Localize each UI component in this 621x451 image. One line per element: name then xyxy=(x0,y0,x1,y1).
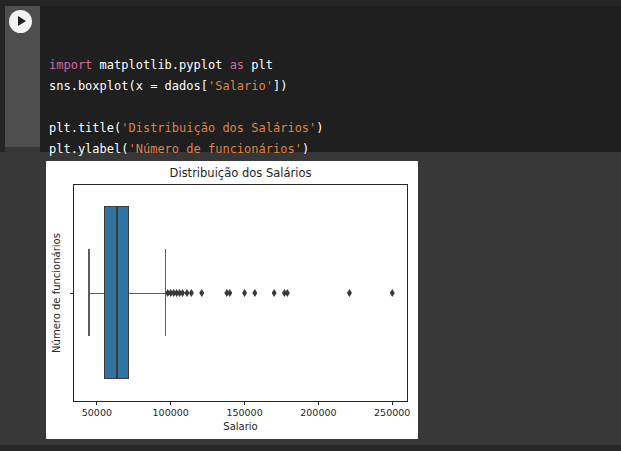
x-tick-label: 250000 xyxy=(367,407,417,418)
code-line: import matplotlib.pyplot as plt xyxy=(49,55,621,76)
outlier-marker xyxy=(184,289,189,297)
outlier-marker xyxy=(180,289,185,297)
outlier-marker xyxy=(189,289,194,297)
x-tick xyxy=(96,401,97,405)
outlier-marker xyxy=(390,289,395,297)
x-tick-label: 100000 xyxy=(146,407,196,418)
x-tick xyxy=(170,401,171,405)
x-axis-label: Salario xyxy=(73,421,408,432)
outlier-marker xyxy=(272,289,277,297)
whisker-high-line xyxy=(129,293,166,294)
code-token-pl: ) xyxy=(316,121,323,135)
code-token-kw: import xyxy=(49,58,92,72)
whisker-low-line xyxy=(89,293,104,294)
x-tick-label: 50000 xyxy=(72,407,122,418)
outlier-marker xyxy=(252,289,257,297)
code-token-str: 'Número de funcionários' xyxy=(128,142,301,156)
code-line: plt.ylabel('Número de funcionários') xyxy=(49,139,621,160)
x-tick-label: 200000 xyxy=(293,407,343,418)
chart-axes: 50000100000150000200000250000 xyxy=(73,184,408,402)
code-token-pl: plt xyxy=(244,58,273,72)
code-line: plt.title('Distribuição dos Salários') xyxy=(49,118,621,139)
boxplot-median-line xyxy=(116,207,118,378)
run-cell-button[interactable] xyxy=(9,10,32,33)
outlier-marker xyxy=(242,289,247,297)
play-icon xyxy=(18,16,26,26)
matplotlib-figure: Distribuição dos Salários 50000100000150… xyxy=(46,161,418,439)
cell-gutter xyxy=(5,6,40,147)
notebook-page: import matplotlib.pyplot as pltsns.boxpl… xyxy=(0,0,621,451)
x-tick xyxy=(392,401,393,405)
code-editor[interactable]: import matplotlib.pyplot as pltsns.boxpl… xyxy=(40,6,621,152)
outlier-marker xyxy=(347,289,352,297)
code-token-pl: matplotlib.pyplot xyxy=(92,58,229,72)
code-token-str: 'Salario' xyxy=(208,79,273,93)
code-token-pl: plt.ylabel( xyxy=(49,142,128,156)
code-token-pl: ) xyxy=(302,142,309,156)
y-tick xyxy=(70,293,75,294)
y-axis-label: Número de funcionários xyxy=(51,233,62,353)
x-tick xyxy=(318,401,319,405)
code-line: sns.boxplot(x = dados['Salario']) xyxy=(49,76,621,97)
code-token-pl: ]) xyxy=(273,79,287,93)
code-token-pl: sns.boxplot(x = dados[ xyxy=(49,79,208,93)
code-token-str: 'Distribuição dos Salários' xyxy=(121,121,316,135)
outlier-marker xyxy=(227,289,232,297)
x-tick-label: 150000 xyxy=(220,407,270,418)
code-token-kw: as xyxy=(230,58,244,72)
outlier-marker xyxy=(199,289,204,297)
whisker-low-cap xyxy=(88,249,89,336)
x-tick xyxy=(244,401,245,405)
outlier-marker xyxy=(285,289,290,297)
page-bottom-margin xyxy=(0,445,621,451)
code-token-pl: plt.title( xyxy=(49,121,121,135)
code-line xyxy=(49,97,621,118)
chart-title: Distribuição dos Salários xyxy=(73,166,408,180)
